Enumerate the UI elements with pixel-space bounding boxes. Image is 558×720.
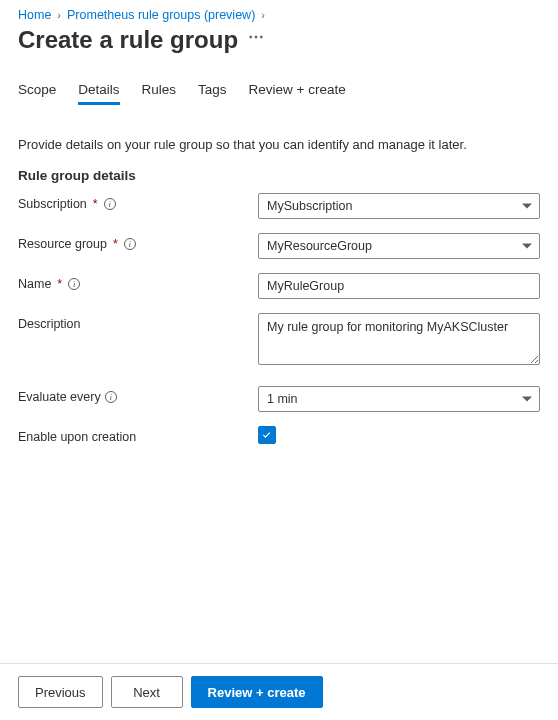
enable-checkbox[interactable] [258, 426, 276, 444]
description-textarea[interactable] [258, 313, 540, 365]
required-indicator: * [57, 277, 62, 291]
evaluate-every-select[interactable]: 1 min [258, 386, 540, 412]
name-input[interactable] [258, 273, 540, 299]
page-title: Create a rule group ⋯ [18, 26, 540, 54]
chevron-right-icon: › [259, 9, 267, 21]
enable-upon-creation-label: Enable upon creation [18, 426, 258, 444]
breadcrumb-home[interactable]: Home [18, 8, 51, 22]
tab-details[interactable]: Details [78, 76, 119, 105]
tab-rules[interactable]: Rules [142, 76, 177, 105]
info-icon[interactable]: i [104, 198, 116, 210]
info-icon[interactable]: i [124, 238, 136, 250]
review-create-button[interactable]: Review + create [191, 676, 323, 708]
breadcrumb-parent[interactable]: Prometheus rule groups (preview) [67, 8, 255, 22]
tab-scope[interactable]: Scope [18, 76, 56, 105]
page-title-text: Create a rule group [18, 26, 238, 54]
breadcrumb: Home › Prometheus rule groups (preview) … [18, 8, 540, 22]
checkmark-icon [260, 428, 274, 442]
more-icon[interactable]: ⋯ [248, 29, 266, 51]
name-label: Name * i [18, 273, 258, 291]
required-indicator: * [93, 197, 98, 211]
next-button[interactable]: Next [111, 676, 183, 708]
tab-review-create[interactable]: Review + create [249, 76, 346, 105]
description-label: Description [18, 313, 258, 331]
required-indicator: * [113, 237, 118, 251]
resource-group-select[interactable]: MyResourceGroup [258, 233, 540, 259]
resource-group-label: Resource group * i [18, 233, 258, 251]
subscription-label: Subscription * i [18, 193, 258, 211]
section-heading: Rule group details [18, 168, 540, 183]
info-icon[interactable]: i [68, 278, 80, 290]
chevron-right-icon: › [55, 9, 63, 21]
subscription-select[interactable]: MySubscription [258, 193, 540, 219]
info-icon[interactable]: i [105, 391, 117, 403]
intro-text: Provide details on your rule group so th… [18, 137, 540, 152]
footer-actions: Previous Next Review + create [0, 663, 558, 720]
evaluate-every-label: Evaluate every i [18, 386, 258, 404]
tabs: Scope Details Rules Tags Review + create [18, 76, 540, 105]
tab-tags[interactable]: Tags [198, 76, 227, 105]
previous-button[interactable]: Previous [18, 676, 103, 708]
